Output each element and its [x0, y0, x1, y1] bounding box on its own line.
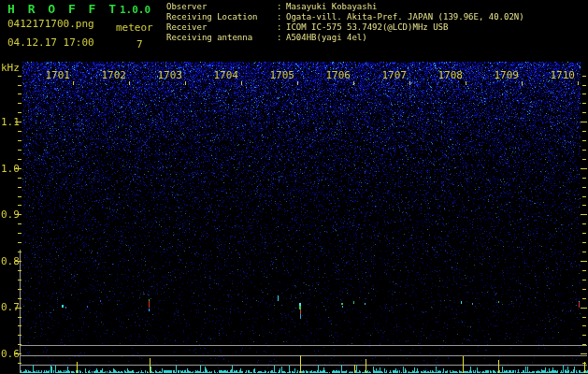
info-row-antenna: Receiving antenna:A504HB(yagi 4el): [166, 33, 524, 43]
info-label: Receiver: [166, 22, 277, 33]
info-colon: :: [277, 12, 286, 22]
station-info: Observer:Masayuki Kobayashi Receiving Lo…: [166, 2, 524, 43]
info-value: ICOM IC-575 53.7492(@LCD)MHz USB: [286, 22, 448, 33]
info-label: Observer: [166, 2, 277, 12]
info-label: Receiving Location: [166, 12, 277, 22]
info-label: Receiving antenna: [166, 33, 277, 43]
info-row-location: Receiving Location:Ogata-vill. Akita-Pre…: [166, 12, 524, 22]
observation-datetime: 04.12.17 17:00: [7, 36, 94, 49]
app-title: H R O F F T: [7, 2, 119, 16]
info-colon: :: [277, 33, 286, 43]
info-value: A504HB(yagi 4el): [286, 33, 367, 43]
app-version: 1.0.0: [120, 4, 151, 16]
output-filename: 0412171700.png: [7, 18, 94, 30]
info-colon: :: [277, 22, 286, 33]
info-value: Ogata-vill. Akita-Pref. JAPAN (139.96E, …: [286, 12, 524, 22]
info-row-receiver: Receiver:ICOM IC-575 53.7492(@LCD)MHz US…: [166, 22, 524, 33]
info-colon: :: [277, 2, 286, 12]
meteor-count: 7: [136, 38, 143, 50]
hrofft-window: H R O F F T 1.0.0 0412171700.png meteor …: [0, 0, 588, 374]
info-row-observer: Observer:Masayuki Kobayashi: [166, 2, 524, 12]
info-value: Masayuki Kobayashi: [286, 2, 378, 12]
mode-label: meteor: [116, 22, 153, 34]
spectrogram-canvas: [0, 0, 588, 374]
